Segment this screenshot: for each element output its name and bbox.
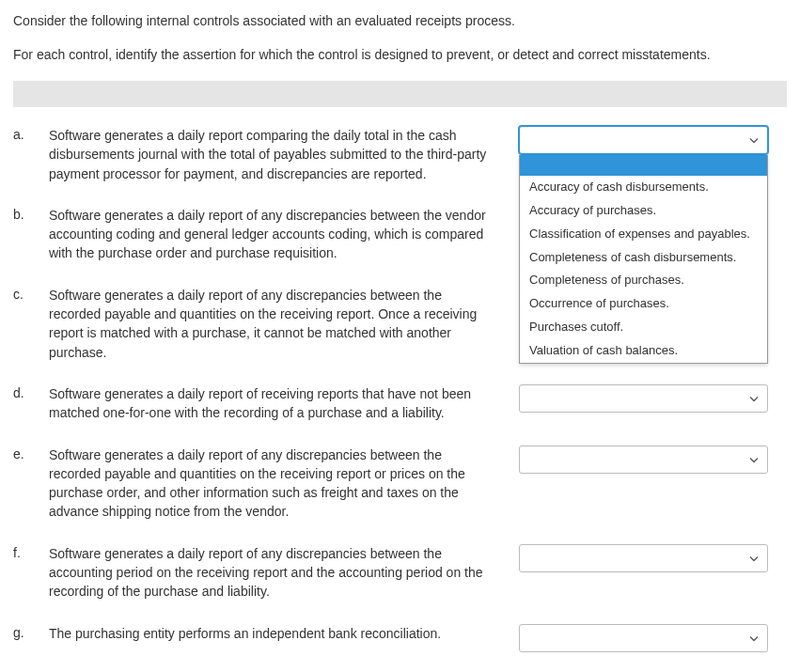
question-row: d.Software generates a daily report of r… xyxy=(13,384,787,423)
dropdown-option[interactable]: Accuracy of purchases. xyxy=(520,199,767,223)
instructions: Consider the following internal controls… xyxy=(13,13,787,62)
dropdown-option[interactable]: Valuation of cash balances. xyxy=(520,339,767,363)
assertion-dropdown[interactable] xyxy=(519,384,768,413)
assertion-dropdown[interactable] xyxy=(519,624,768,652)
question-row: e.Software generates a daily report of a… xyxy=(13,445,787,522)
instruction-line-1: Consider the following internal controls… xyxy=(13,13,787,28)
dropdown-option[interactable]: Classification of expenses and payables. xyxy=(520,223,767,246)
question-letter: e. xyxy=(13,445,49,461)
dropdown-option[interactable]: Completeness of purchases. xyxy=(520,269,767,292)
question-letter: a. xyxy=(13,126,49,142)
dropdown-option-blank[interactable] xyxy=(520,155,767,176)
question-text: The purchasing entity performs an indepe… xyxy=(49,624,519,643)
question-letter: c. xyxy=(13,286,49,302)
question-text: Software generates a daily report of any… xyxy=(49,445,519,522)
assertion-dropdown[interactable] xyxy=(519,544,768,572)
question-text: Software generates a daily report of any… xyxy=(49,286,519,362)
question-text: Software generates a daily report of any… xyxy=(49,206,519,263)
question-letter: g. xyxy=(13,624,49,640)
question-text: Software generates a daily report compar… xyxy=(49,126,519,183)
dropdown-option[interactable]: Occurrence of purchases. xyxy=(520,292,767,316)
dropdown-option[interactable]: Completeness of cash disbursements. xyxy=(520,246,767,270)
header-bar xyxy=(13,81,787,107)
question-text: Software generates a daily report of any… xyxy=(49,544,519,602)
assertion-dropdown[interactable] xyxy=(519,126,768,154)
question-row: g.The purchasing entity performs an inde… xyxy=(13,624,787,652)
question-row: f.Software generates a daily report of a… xyxy=(13,544,787,602)
dropdown-container: Accuracy of cash disbursements.Accuracy … xyxy=(519,126,768,154)
dropdown-container xyxy=(519,445,768,474)
assertion-dropdown[interactable] xyxy=(519,445,768,474)
instruction-line-2: For each control, identify the assertion… xyxy=(13,47,787,62)
dropdown-menu: Accuracy of cash disbursements.Accuracy … xyxy=(519,155,768,364)
dropdown-option[interactable]: Accuracy of cash disbursements. xyxy=(520,176,767,199)
question-row: a.Software generates a daily report comp… xyxy=(13,126,787,183)
question-letter: f. xyxy=(13,544,49,560)
dropdown-container xyxy=(519,544,768,572)
dropdown-container xyxy=(519,384,768,413)
dropdown-option[interactable]: Purchases cutoff. xyxy=(520,316,767,339)
dropdown-container xyxy=(519,624,768,652)
question-letter: b. xyxy=(13,206,49,222)
question-letter: d. xyxy=(13,384,49,400)
question-text: Software generates a daily report of rec… xyxy=(49,384,519,423)
